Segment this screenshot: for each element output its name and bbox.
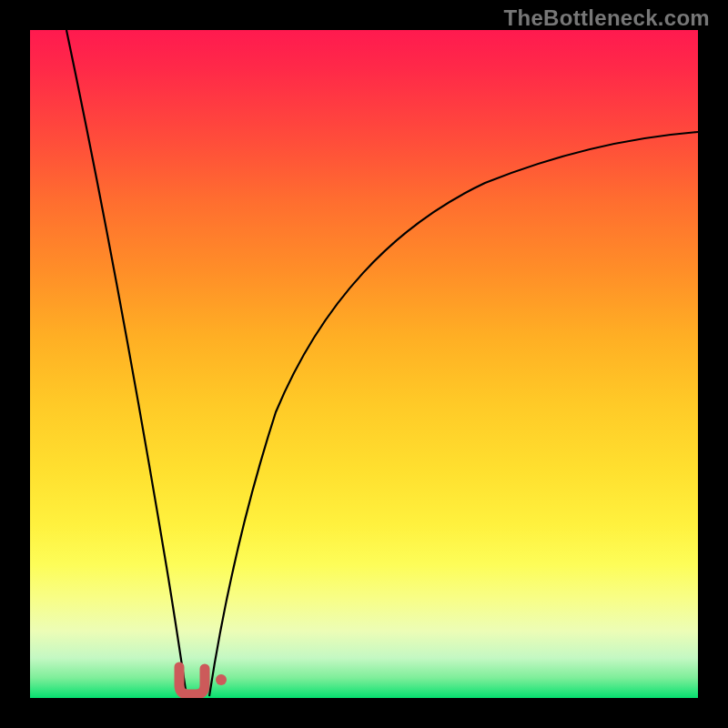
left-curve bbox=[66, 30, 187, 696]
plot-area bbox=[30, 30, 698, 698]
chart-frame: TheBottleneck.com bbox=[0, 0, 728, 728]
valley-marker bbox=[179, 667, 205, 694]
chart-svg bbox=[30, 30, 698, 698]
watermark-text: TheBottleneck.com bbox=[504, 5, 710, 31]
small-dot-marker bbox=[216, 674, 227, 685]
right-curve bbox=[209, 132, 698, 696]
